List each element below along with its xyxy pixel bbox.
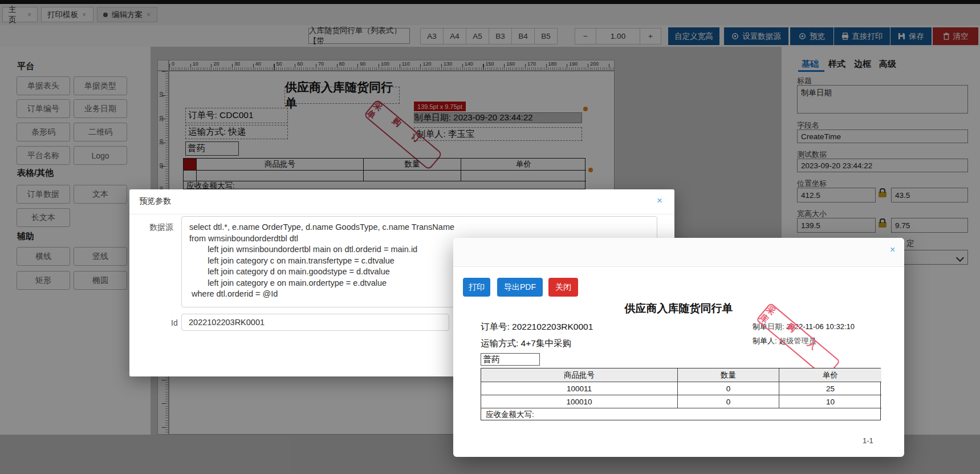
print-button[interactable]: 打印 — [463, 278, 490, 297]
doc-table-cell: 10 — [779, 395, 881, 408]
close-icon[interactable]: × — [657, 196, 662, 205]
close-button[interactable]: 关闭 — [548, 278, 578, 297]
id-input[interactable]: 2022102203RK0001 — [181, 314, 449, 331]
doc-title: 供应商入库随货同行单 — [453, 301, 904, 316]
datasource-label: 数据源 — [149, 222, 173, 233]
page-indicator: 1-1 — [863, 436, 873, 445]
doc-table-cell: 100010 — [481, 395, 677, 408]
doc-table-cell: 100011 — [481, 382, 677, 395]
doc-order-no: 订单号: 2022102203RK0001 — [481, 321, 593, 333]
modal-title: 预览参数 — [139, 196, 171, 206]
doc-table: 商品批号 数量 单价 100011 0 25 100010 0 10 应收金额大… — [481, 368, 881, 420]
doc-table-cell: 25 — [779, 382, 881, 395]
id-label: Id — [171, 318, 178, 327]
doc-table-cell: 0 — [677, 395, 779, 408]
doc-table-footer: 应收金额大写: — [481, 408, 881, 421]
doc-table-cell: 0 — [677, 382, 779, 395]
doc-table-header: 商品批号 — [481, 368, 677, 382]
modal-header — [453, 238, 904, 267]
doc-table-header: 数量 — [677, 368, 779, 382]
doc-transport: 运输方式: 4+7集中采购 — [481, 338, 571, 350]
close-icon[interactable]: × — [890, 245, 895, 254]
print-preview-modal: × 打印 导出PDF 关闭 供应商入库随货同行单 订单号: 2022102203… — [453, 238, 904, 457]
app-root: 主页 × 打印模板 × 编辑方案 × 入库随货同行单（列表式）【带 A3 A4 … — [0, 0, 980, 474]
doc-drugtype-box: 普药 — [481, 353, 540, 366]
export-pdf-button[interactable]: 导出PDF — [497, 278, 543, 297]
divider — [129, 214, 674, 214]
doc-table-header: 单价 — [779, 368, 881, 382]
